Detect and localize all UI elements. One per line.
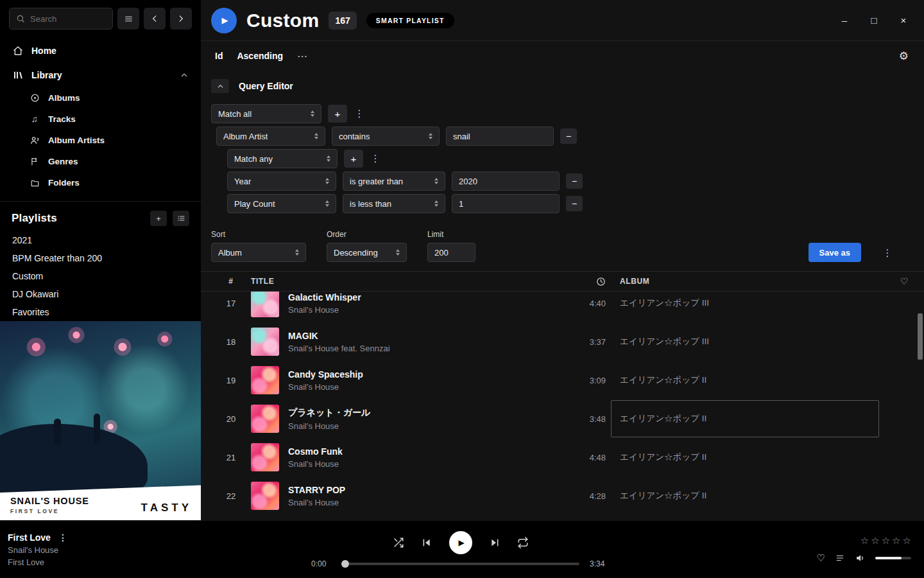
volume-button[interactable]: [855, 553, 866, 563]
star-icon[interactable]: ☆: [903, 535, 911, 547]
now-playing-title[interactable]: First Love: [8, 532, 51, 543]
shuffle-button[interactable]: [393, 537, 404, 548]
now-playing-menu-button[interactable]: ⋮: [58, 532, 67, 543]
rule-field-select[interactable]: Play Count: [227, 194, 336, 213]
sidebar-item-tracks[interactable]: ♫ Tracks: [18, 109, 201, 130]
save-as-button[interactable]: Save as: [809, 243, 861, 262]
rule-value-input[interactable]: [452, 194, 560, 213]
column-album[interactable]: ALBUM: [620, 277, 870, 286]
favorite-column-heart-icon[interactable]: ♡: [880, 276, 909, 286]
play-pause-button[interactable]: ▶: [449, 531, 472, 554]
scrollbar-thumb[interactable]: [918, 313, 923, 360]
match-all-select[interactable]: Match all: [211, 104, 321, 123]
table-row[interactable]: 18 MAGIK Snail's House feat. Sennzai 3:3…: [221, 322, 909, 361]
caret-updown-icon: [391, 249, 400, 256]
sidebar-item-genres[interactable]: Genres: [18, 151, 201, 172]
sidebar-item-albums[interactable]: Albums: [18, 87, 201, 109]
playlist-item[interactable]: Custom: [0, 267, 201, 285]
now-playing-artwork[interactable]: SNAIL'S HOUSE FIRST LOVE TASTY: [0, 321, 201, 520]
sidebar-item-folders[interactable]: Folders: [18, 172, 201, 193]
collapse-query-editor-button[interactable]: [211, 79, 229, 93]
table-row[interactable]: 19 Candy Spaceship Snail's House 3:09 エイ…: [221, 361, 909, 399]
rule-options-button[interactable]: ⋮: [370, 150, 381, 168]
table-row[interactable]: 17 Galactic Whisper Snail's House 4:40 エ…: [221, 292, 909, 322]
menu-button[interactable]: [117, 8, 139, 30]
remove-rule-button[interactable]: −: [566, 196, 583, 211]
table-row[interactable]: 22 STARRY POP Snail's House 4:28 エイリアン☆ポ…: [221, 477, 909, 515]
playlist-item[interactable]: 2021: [0, 231, 201, 249]
playlist-list-button[interactable]: [173, 211, 189, 226]
maximize-button[interactable]: □: [869, 15, 879, 26]
seek-slider-thumb[interactable]: [341, 560, 349, 568]
next-track-button[interactable]: [490, 538, 500, 548]
minimize-button[interactable]: –: [839, 15, 850, 26]
add-rule-button[interactable]: +: [328, 105, 347, 123]
rule-value-input[interactable]: [452, 171, 560, 191]
add-rule-button[interactable]: +: [344, 150, 363, 168]
track-album-focused-cell[interactable]: エイリアン☆ポップ II: [611, 400, 879, 437]
now-playing-album[interactable]: First Love: [8, 557, 194, 567]
star-icon[interactable]: ☆: [882, 535, 890, 547]
playlist-item[interactable]: DJ Okawari: [0, 285, 201, 303]
column-title[interactable]: TITLE: [251, 277, 542, 286]
add-playlist-button[interactable]: +: [150, 211, 167, 226]
rule-field-select[interactable]: Album Artist: [216, 127, 325, 146]
rule-field-select[interactable]: Year: [227, 171, 336, 191]
album-thumbnail: [251, 405, 279, 433]
star-icon[interactable]: ☆: [871, 535, 879, 547]
rule-operator-select[interactable]: is greater than: [343, 171, 445, 191]
track-duration: 4:40: [552, 299, 610, 308]
queue-button[interactable]: [835, 554, 845, 563]
seek-slider[interactable]: [342, 563, 579, 565]
select-value: Match any: [234, 154, 273, 164]
star-icon[interactable]: ☆: [892, 535, 900, 547]
sidebar-item-album-artists[interactable]: Album Artists: [18, 130, 201, 151]
track-artist: Snail's House: [288, 459, 343, 469]
remove-rule-button[interactable]: −: [566, 173, 583, 189]
more-options-button[interactable]: ⋯: [297, 50, 308, 62]
rule-operator-select[interactable]: contains: [332, 127, 440, 146]
play-playlist-button[interactable]: ▶: [211, 8, 237, 33]
repeat-button[interactable]: [517, 537, 529, 548]
rule-operator-select[interactable]: is less than: [343, 194, 445, 213]
rule-value-input[interactable]: [446, 127, 554, 146]
remove-rule-button[interactable]: −: [560, 128, 577, 144]
rule-options-button[interactable]: ⋮: [354, 105, 365, 123]
order-select[interactable]: Descending: [327, 243, 407, 262]
column-index[interactable]: #: [221, 277, 241, 286]
search-input[interactable]: [30, 14, 106, 24]
skip-back-icon: [422, 538, 432, 548]
table-row[interactable]: 21 Cosmo Funk Snail's House 4:48 エイリアン☆ポ…: [221, 438, 909, 477]
sort-select[interactable]: Album: [211, 243, 306, 262]
sidebar-item-home[interactable]: Home: [0, 39, 201, 63]
now-playing-artist[interactable]: Snail's House: [8, 545, 194, 555]
volume-slider[interactable]: [875, 557, 911, 559]
match-any-select[interactable]: Match any: [227, 149, 338, 168]
playlist-item[interactable]: Favorites: [0, 303, 201, 321]
sort-direction-button[interactable]: Ascending: [237, 51, 283, 61]
limit-input[interactable]: [427, 243, 475, 262]
nav-back-button[interactable]: [144, 8, 166, 30]
table-row[interactable]: 20 プラネット・ガール Snail's House 3:48 エイリアン☆ポッ…: [221, 399, 909, 438]
track-title: Candy Spaceship: [288, 369, 363, 380]
sort-field-button[interactable]: Id: [215, 51, 223, 61]
caret-updown-icon: [320, 178, 329, 184]
track-album: エイリアン☆ポップ II: [620, 438, 870, 477]
plus-icon: +: [335, 109, 341, 119]
now-playing-info: First Love ⋮ Snail's House First Love: [8, 532, 194, 567]
previous-track-button[interactable]: [422, 538, 432, 548]
duration-column-clock-icon[interactable]: [552, 277, 610, 286]
playlist-item[interactable]: BPM Greater than 200: [0, 249, 201, 267]
repeat-icon: [517, 537, 529, 548]
nav-forward-button[interactable]: [170, 8, 192, 30]
plus-icon: +: [351, 153, 357, 164]
sidebar-item-label: Folders: [48, 178, 80, 188]
gear-icon[interactable]: ⚙: [899, 49, 909, 63]
rating-stars[interactable]: ☆ ☆ ☆ ☆ ☆: [860, 535, 911, 547]
search-box[interactable]: [9, 8, 113, 30]
save-options-button[interactable]: ⋮: [882, 244, 893, 262]
star-icon[interactable]: ☆: [860, 535, 869, 547]
favorite-button[interactable]: ♡: [817, 552, 825, 564]
sidebar-item-library[interactable]: Library: [0, 63, 201, 87]
close-button[interactable]: ×: [898, 15, 909, 26]
